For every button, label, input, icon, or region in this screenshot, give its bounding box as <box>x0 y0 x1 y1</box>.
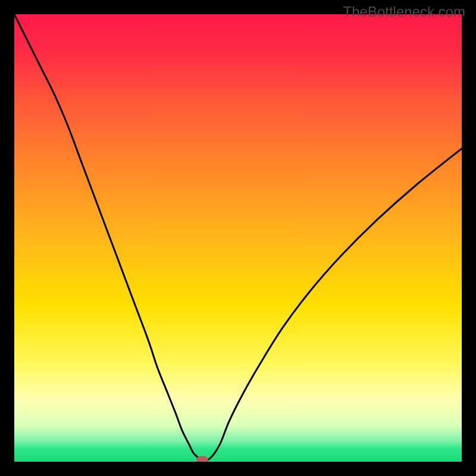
chart-svg <box>14 14 462 462</box>
gradient-rect <box>14 14 462 462</box>
chart-frame <box>14 14 462 462</box>
watermark-text: TheBottleneck.com <box>343 4 465 20</box>
